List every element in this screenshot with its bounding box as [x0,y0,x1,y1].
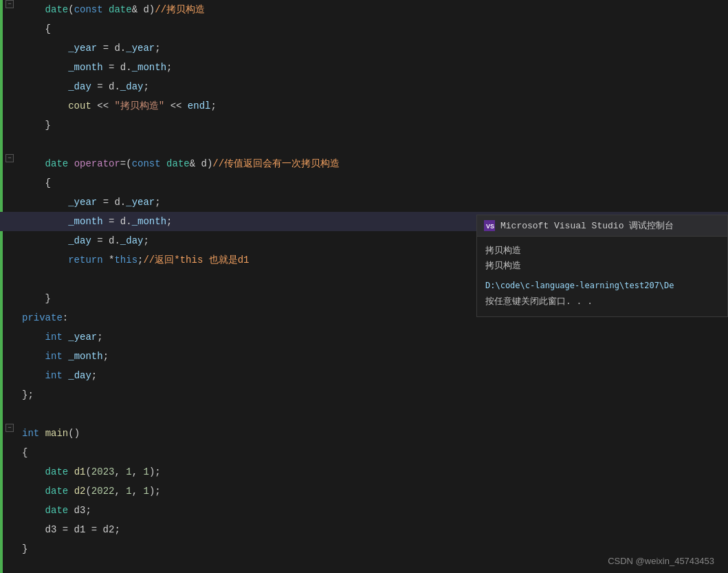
fold-icon[interactable]: − [5,424,14,432]
line-content: } [19,116,728,135]
token: { [22,447,27,458]
debug-prompt: 按任意键关闭此窗口. . . [485,294,719,310]
token: ( [85,466,91,477]
token: _year [68,43,97,54]
token: _month [132,216,166,227]
debug-output-2: 拷贝构造 [485,259,719,274]
line-content: { [19,173,728,193]
token: date [45,466,69,477]
token: , [114,466,126,477]
token: ; [155,197,160,208]
code-line: cout << "拷贝构造" << endl; [0,96,728,116]
line-content: int _month; [19,347,728,366]
token [63,370,68,381]
token: d1 [74,466,86,477]
line-content: { [19,443,728,462]
token: int [45,351,63,362]
line-content: _month = d._month; [19,58,728,77]
token: }; [22,389,34,400]
token: () [68,428,80,439]
token: = d. [103,62,132,73]
token: << [91,100,115,111]
token: date [45,4,69,15]
debug-title-bar: VS Microsoft Visual Studio 调试控制台 [477,215,727,237]
token: } [45,293,51,304]
token: date [45,505,69,516]
code-line: _month = d._month; [0,58,728,77]
token: ; [166,62,172,73]
line-content: date d3; [19,501,728,520]
token: ; [155,43,160,54]
token: 1 [143,486,148,497]
token: _month [68,62,102,73]
token: operator [74,158,120,169]
token: const [132,158,161,169]
token: ; [103,351,109,362]
code-line: _year = d._year; [0,193,728,212]
token: _month [132,62,166,73]
gutter-cell: − [0,0,19,8]
code-line [0,404,728,424]
line-content: int _day; [19,366,728,385]
token: d2 [74,486,86,497]
fold-icon[interactable]: − [5,0,14,8]
token: , [132,486,144,497]
token: & d) [190,158,213,169]
code-line: − date operator=(const date& d)//传值返回会有一… [0,154,728,173]
token: ( [68,4,74,15]
token: //拷贝构造 [155,4,205,15]
token: int [22,428,39,439]
code-line: { [0,443,728,462]
line-content: { [19,19,728,39]
code-line: _day = d._day; [0,77,728,96]
code-line: } [0,116,728,135]
token: } [45,120,51,131]
token: const [74,4,103,15]
token: d3 = d1 = d2; [45,524,120,535]
token: ; [143,235,148,246]
line-content: int _year; [19,327,728,347]
token: _day [68,81,91,92]
token: =( [120,158,132,169]
token: int [45,370,63,381]
token [39,428,45,439]
token: 2022 [91,486,115,497]
gutter-cell: − [0,424,19,432]
token: int [45,332,63,343]
token: _day [120,235,144,246]
debug-path: D:\code\c-language-learning\test207\De [485,278,719,293]
token: return [68,255,102,266]
token: _day [120,81,144,92]
token: endl [188,100,211,111]
token: private [22,312,63,323]
line-content: cout << "拷贝构造" << endl; [19,96,728,116]
token: 1 [143,466,148,477]
code-line: }; [0,385,728,404]
code-line: _year = d._year; [0,39,728,58]
visual-studio-icon: VS [484,220,495,231]
token: main [45,428,69,439]
token: _day [68,370,91,381]
token: : [63,312,68,323]
line-content: date operator=(const date& d)//传值返回会有一次拷… [19,154,728,173]
token: date [166,158,190,169]
token: "拷贝构造" [114,100,164,111]
token: 2023 [91,466,115,477]
line-content: _year = d._year; [19,39,728,58]
svg-text:VS: VS [486,223,494,230]
token: _month [68,351,102,362]
token: this [114,255,137,266]
token: ; [166,216,172,227]
code-line: int _day; [0,366,728,385]
token: * [103,255,115,266]
token: d3; [68,505,91,516]
fold-icon[interactable]: − [5,154,14,162]
token [68,466,74,477]
token: _year [68,332,97,343]
token: //传值返回会有一次拷贝构造 [212,158,340,169]
debug-console[interactable]: VS Microsoft Visual Studio 调试控制台 拷贝构造 拷贝… [476,215,728,317]
token [63,351,68,362]
token [161,158,166,169]
token [68,158,74,169]
token: ; [210,100,216,111]
